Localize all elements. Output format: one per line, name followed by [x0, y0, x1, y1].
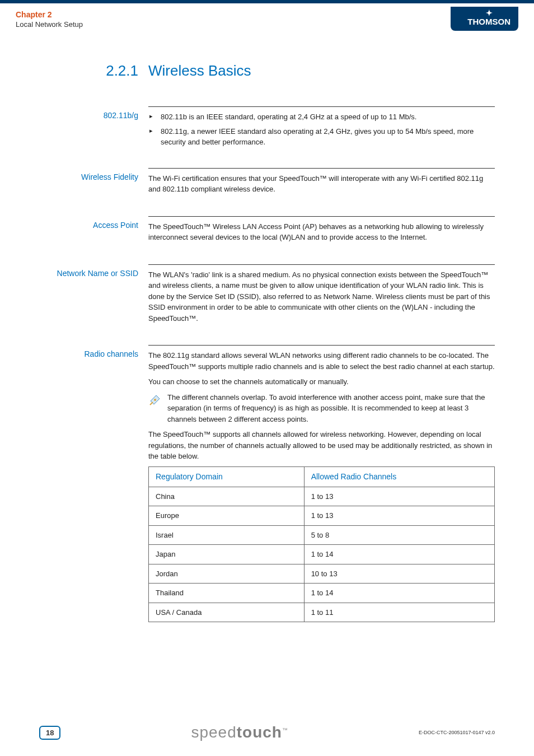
- radio-p2: You can choose to set the channels autom…: [148, 376, 495, 388]
- brand-tm: ™: [282, 727, 288, 733]
- cell-channels: 1 to 14: [304, 584, 494, 603]
- table-row: Europe1 to 13: [149, 506, 495, 526]
- label-radio: Radio channels: [39, 345, 148, 622]
- note-row: The different channels overlap. To avoid…: [148, 392, 495, 425]
- chapter-title: Chapter 2: [16, 10, 83, 19]
- th-domain: Regulatory Domain: [149, 466, 305, 487]
- radio-p3: The SpeedTouch™ supports all channels al…: [148, 429, 495, 462]
- cell-domain: USA / Canada: [149, 603, 305, 622]
- th-channels: Allowed Radio Channels: [304, 466, 494, 487]
- ssid-text: The WLAN's 'radio' link is a shared medi…: [148, 269, 495, 324]
- std-bullet-2: 802.11g, a newer IEEE standard also oper…: [148, 126, 495, 148]
- label-80211bg: 802.11b/g: [39, 106, 148, 151]
- body-wifi: The Wi-Fi certification ensures that you…: [148, 168, 495, 199]
- chapter-block: Chapter 2 Local Network Setup: [16, 10, 83, 29]
- block-ssid: Network Name or SSID The WLAN's 'radio' …: [39, 264, 495, 329]
- pushpin-icon: [148, 392, 167, 425]
- chapter-subtitle: Local Network Setup: [16, 20, 83, 29]
- page-footer: 18 speedtouch™ E-DOC-CTC-20051017-0147 v…: [0, 724, 534, 741]
- body-80211bg: 802.11b is an IEEE standard, operating a…: [148, 106, 495, 151]
- table-row: Thailand1 to 14: [149, 584, 495, 603]
- cell-domain: Thailand: [149, 584, 305, 603]
- cell-domain: China: [149, 487, 305, 506]
- block-radio-channels: Radio channels The 802.11g standard allo…: [39, 345, 495, 622]
- brand-light: speed: [191, 724, 236, 741]
- radio-note: The different channels overlap. To avoid…: [167, 392, 495, 425]
- svg-point-0: [154, 399, 156, 401]
- table-row: USA / Canada1 to 11: [149, 603, 495, 622]
- section-heading: 2.2.1 Wireless Basics: [39, 62, 495, 80]
- main-content: 2.2.1 Wireless Basics 802.11b/g 802.11b …: [0, 34, 534, 622]
- table-row: Israel5 to 8: [149, 525, 495, 545]
- label-ssid: Network Name or SSID: [39, 264, 148, 329]
- cell-domain: Japan: [149, 545, 305, 564]
- table-row: Japan1 to 14: [149, 545, 495, 564]
- thomson-glyph-icon: ✦: [467, 9, 510, 17]
- block-80211bg: 802.11b/g 802.11b is an IEEE standard, o…: [39, 106, 495, 151]
- regulatory-table: Regulatory Domain Allowed Radio Channels…: [148, 466, 495, 623]
- document-id: E-DOC-CTC-20051017-0147 v2.0: [419, 730, 495, 735]
- page-header: Chapter 2 Local Network Setup ✦ THOMSON: [0, 3, 534, 34]
- body-radio: The 802.11g standard allows several WLAN…: [148, 345, 495, 622]
- body-ssid: The WLAN's 'radio' link is a shared medi…: [148, 264, 495, 329]
- brand-bold: touch: [237, 724, 282, 741]
- cell-domain: Jordan: [149, 564, 305, 584]
- table-header-row: Regulatory Domain Allowed Radio Channels: [149, 466, 495, 487]
- section-number: 2.2.1: [39, 62, 148, 80]
- ap-text: The SpeedTouch™ Wireless LAN Access Poin…: [148, 221, 495, 243]
- block-wireless-fidelity: Wireless Fidelity The Wi-Fi certificatio…: [39, 168, 495, 199]
- speedtouch-logo: speedtouch™: [60, 724, 418, 741]
- table-row: Jordan10 to 13: [149, 564, 495, 584]
- std-bullet-list: 802.11b is an IEEE standard, operating a…: [148, 111, 495, 148]
- cell-channels: 1 to 13: [304, 506, 494, 526]
- wifi-text: The Wi-Fi certification ensures that you…: [148, 173, 495, 195]
- cell-channels: 10 to 13: [304, 564, 494, 584]
- thomson-text: THOMSON: [467, 17, 510, 26]
- cell-domain: Israel: [149, 525, 305, 545]
- label-ap: Access Point: [39, 216, 148, 248]
- cell-channels: 1 to 11: [304, 603, 494, 622]
- cell-channels: 1 to 13: [304, 487, 494, 506]
- body-ap: The SpeedTouch™ Wireless LAN Access Poin…: [148, 216, 495, 248]
- cell-channels: 5 to 8: [304, 525, 494, 545]
- table-row: China1 to 13: [149, 487, 495, 506]
- cell-domain: Europe: [149, 506, 305, 526]
- radio-p1: The 802.11g standard allows several WLAN…: [148, 350, 495, 372]
- std-bullet-1: 802.11b is an IEEE standard, operating a…: [148, 111, 495, 123]
- section-title: Wireless Basics: [148, 62, 251, 80]
- cell-channels: 1 to 14: [304, 545, 494, 564]
- thomson-logo: ✦ THOMSON: [451, 7, 518, 31]
- label-wifi: Wireless Fidelity: [39, 168, 148, 199]
- block-access-point: Access Point The SpeedTouch™ Wireless LA…: [39, 216, 495, 248]
- page-number: 18: [39, 726, 60, 740]
